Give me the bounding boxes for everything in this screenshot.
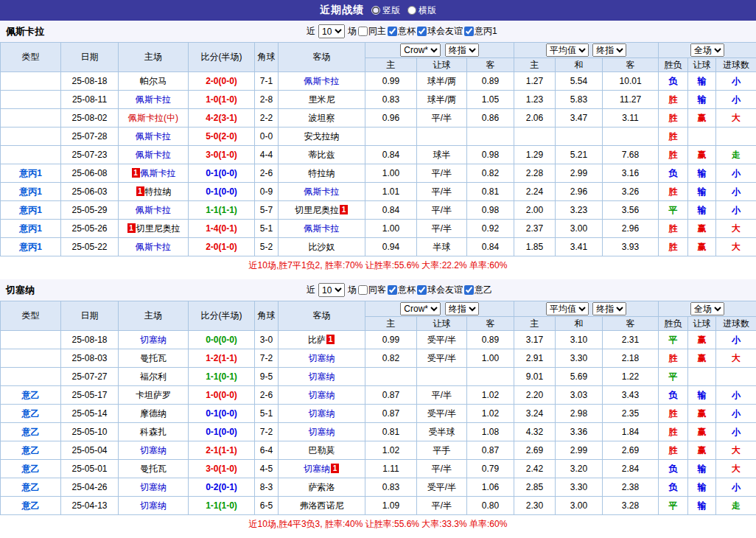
league-filter-checkbox[interactable] bbox=[388, 27, 397, 36]
col-header-result-outcome: 胜负 bbox=[659, 58, 688, 72]
euro-odds-source-select[interactable]: 平均值 bbox=[546, 302, 589, 315]
same-venue-checkbox[interactable] bbox=[358, 285, 368, 295]
asia-home-odds: 0.99 bbox=[365, 331, 417, 349]
league-cell: 球会友谊 bbox=[1, 368, 61, 386]
euro-odds-time-select[interactable]: 终指 bbox=[592, 302, 626, 315]
home-team-cell: 帕尔马 bbox=[119, 72, 189, 91]
home-team-cell: 切塞纳 bbox=[119, 497, 189, 515]
asia-home-odds: 1.02 bbox=[365, 441, 417, 460]
same-venue-filter[interactable]: 同客 bbox=[358, 284, 386, 296]
asia-away-odds: 0.80 bbox=[467, 497, 514, 515]
league-filter-option[interactable]: 意丙1 bbox=[464, 25, 497, 38]
asia-odds-source-select[interactable]: Crow* bbox=[400, 302, 441, 315]
away-team-cell: 切塞纳1 bbox=[279, 460, 365, 478]
league-filter-label: 球会友谊 bbox=[427, 25, 463, 38]
home-team-cell: 切塞纳 bbox=[119, 441, 189, 460]
score-cell: 0-1(0-0) bbox=[189, 183, 255, 201]
asia-handicap-line: 平/半 bbox=[417, 460, 467, 478]
league-filter-option[interactable]: 意乙 bbox=[464, 284, 492, 296]
league-filter-option[interactable]: 球会友谊 bbox=[417, 284, 463, 296]
layout-horizontal-option[interactable]: 横版 bbox=[407, 4, 436, 17]
league-filter-checkbox[interactable] bbox=[464, 285, 474, 295]
result-goals: 小 bbox=[716, 405, 756, 423]
result-handicap: 输 bbox=[688, 164, 716, 183]
league-cell: 意乙 bbox=[1, 386, 61, 405]
euro-away-odds: 3.16 bbox=[603, 164, 659, 183]
league-filter-option[interactable]: 球会友谊 bbox=[417, 25, 463, 38]
score-cell: 1-1(1-1) bbox=[189, 201, 255, 220]
date-cell: 25-05-17 bbox=[61, 386, 119, 405]
asia-odds-source-select[interactable]: Crow* bbox=[400, 43, 441, 57]
recent-count-select[interactable]: 10 bbox=[318, 283, 345, 297]
league-filter-checkbox[interactable] bbox=[464, 27, 474, 36]
score-cell: 2-0(0-0) bbox=[189, 72, 255, 91]
result-goals: 走 bbox=[716, 146, 756, 164]
team-name: 比沙奴 bbox=[309, 242, 335, 252]
col-header-score: 比分(半场) bbox=[189, 43, 255, 72]
euro-draw-odds: 3.00 bbox=[556, 220, 603, 238]
result-handicap bbox=[688, 368, 716, 386]
summary-stats: 近10场,胜4平3负3, 胜率:40% 让胜率:55.6% 大率:33.3% 单… bbox=[0, 515, 756, 534]
match-row: 球会友谊25-07-23佩斯卡拉3-0(1-0)4-4蒂比兹0.84球半0.98… bbox=[1, 146, 756, 164]
euro-home-odds: 3.24 bbox=[514, 405, 556, 423]
asia-away-odds: 0.82 bbox=[467, 164, 514, 183]
same-venue-filter[interactable]: 同主 bbox=[358, 25, 386, 38]
asia-odds-time-select[interactable]: 终指 bbox=[445, 302, 479, 315]
euro-draw-odds: 3.30 bbox=[556, 478, 603, 497]
asia-handicap-line: 受平/半 bbox=[417, 349, 467, 368]
result-handicap: 输 bbox=[688, 497, 716, 515]
league-cell: 意杯 bbox=[1, 72, 61, 91]
euro-home-odds: 2.42 bbox=[514, 460, 556, 478]
league-filter-option[interactable]: 意杯 bbox=[388, 284, 416, 296]
sections-root: 佩斯卡拉 近 10 场 同主 意杯球会友谊意丙1 类型 bbox=[0, 21, 756, 534]
league-filter-checkbox[interactable] bbox=[388, 285, 397, 295]
team-name: 佩斯卡拉 bbox=[304, 76, 340, 86]
corner-cell: 5-1 bbox=[255, 405, 279, 423]
asia-handicap-line: 受平/半 bbox=[417, 331, 467, 349]
asia-odds-time-select[interactable]: 终指 bbox=[445, 43, 479, 57]
euro-away-odds: 1.22 bbox=[603, 368, 659, 386]
match-row: 意乙25-05-10科森扎0-1(0-0)7-2切塞纳0.81受半球1.084.… bbox=[1, 423, 756, 441]
away-team-cell: 萨索洛 bbox=[279, 478, 365, 497]
euro-home-odds: 9.01 bbox=[514, 368, 556, 386]
recent-count-select[interactable]: 10 bbox=[318, 24, 345, 38]
euro-odds-source-select[interactable]: 平均值 bbox=[546, 43, 589, 57]
asia-handicap-line: 平/半 bbox=[417, 386, 467, 405]
layout-vertical-option[interactable]: 竖版 bbox=[371, 4, 400, 17]
euro-odds-time-select[interactable]: 终指 bbox=[592, 43, 626, 57]
result-handicap: 赢 bbox=[688, 423, 716, 441]
layout-radio-1[interactable] bbox=[407, 6, 416, 15]
col-header-type: 类型 bbox=[1, 43, 61, 72]
scope-header: 全场 bbox=[659, 43, 756, 58]
asia-away-odds: 0.81 bbox=[467, 183, 514, 201]
asia-away-odds: 1.00 bbox=[467, 349, 514, 368]
home-team-cell: 佩斯卡拉 bbox=[119, 91, 189, 109]
asia-away-odds: 1.02 bbox=[467, 386, 514, 405]
league-filter-checkbox[interactable] bbox=[417, 285, 427, 295]
match-row: 球会友谊25-08-02佩斯卡拉(中)4-2(3-1)2-2波坦察0.96平/半… bbox=[1, 109, 756, 127]
col-header-asia-away: 客 bbox=[467, 317, 514, 331]
team-name: 切塞纳 bbox=[140, 335, 167, 345]
euro-home-odds: 2.37 bbox=[514, 220, 556, 238]
league-filter-group: 意杯球会友谊意乙 bbox=[388, 284, 492, 296]
same-venue-checkbox[interactable] bbox=[358, 27, 368, 36]
league-cell: 意乙 bbox=[1, 441, 61, 460]
league-cell: 意乙 bbox=[1, 423, 61, 441]
euro-away-odds: 2.69 bbox=[603, 441, 659, 460]
euro-draw-odds: 3.41 bbox=[556, 238, 603, 256]
team-name: 蒂比兹 bbox=[309, 150, 335, 160]
asia-away-odds bbox=[467, 368, 514, 386]
date-cell: 25-05-29 bbox=[61, 201, 119, 220]
col-header-result-goals: 进球数 bbox=[716, 58, 756, 72]
scope-select[interactable]: 全场 bbox=[690, 43, 724, 57]
league-filter-label: 意乙 bbox=[475, 284, 492, 296]
col-header-corner: 角球 bbox=[255, 301, 279, 331]
league-cell: 意乙 bbox=[1, 497, 61, 515]
scope-select[interactable]: 全场 bbox=[690, 302, 724, 315]
result-handicap: 输 bbox=[688, 201, 716, 220]
league-filter-option[interactable]: 意杯 bbox=[388, 25, 416, 38]
league-filter-checkbox[interactable] bbox=[417, 27, 427, 36]
corner-cell: 5-1 bbox=[255, 220, 279, 238]
layout-radio-0[interactable] bbox=[371, 6, 380, 15]
result-handicap: 赢 bbox=[688, 441, 716, 460]
